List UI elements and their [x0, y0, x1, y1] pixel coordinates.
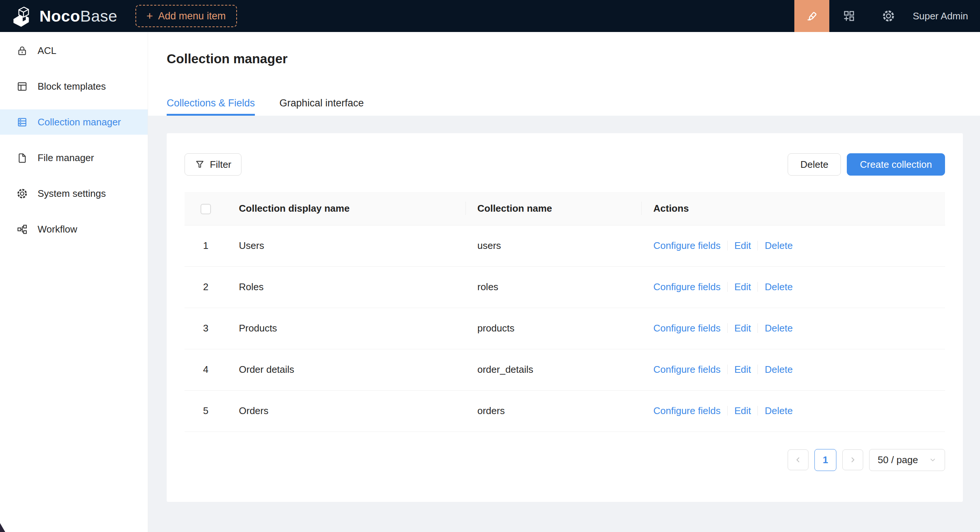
action-divider	[727, 406, 728, 416]
cell-display-name: Roles	[227, 266, 465, 308]
sidebar-item-label: ACL	[38, 45, 57, 57]
cell-actions: Configure fieldsEditDelete	[641, 390, 945, 432]
layout-icon	[16, 81, 28, 92]
edit-link[interactable]: Edit	[735, 240, 751, 251]
cell-name: order_details	[465, 349, 641, 390]
action-divider	[757, 406, 758, 416]
cell-name: roles	[465, 266, 641, 308]
configure-fields-link[interactable]: Configure fields	[653, 322, 721, 334]
main-area: Collection manager Collections & Fields …	[148, 32, 980, 532]
nocobase-logo-icon	[11, 5, 34, 27]
action-divider	[727, 241, 728, 250]
pagination-next-button[interactable]	[842, 449, 863, 470]
column-header-display-name: Collection display name	[227, 192, 465, 225]
pagination-prev-button[interactable]	[788, 449, 808, 470]
delete-button[interactable]: Delete	[788, 153, 841, 176]
delete-link[interactable]: Delete	[765, 405, 792, 416]
sidebar-item-workflow[interactable]: Workflow	[0, 216, 148, 242]
settings-button[interactable]	[869, 0, 908, 32]
action-divider	[757, 241, 758, 250]
partition-icon	[16, 224, 28, 235]
edit-link[interactable]: Edit	[735, 281, 751, 292]
content-area: Filter Delete Create collection Collecti…	[148, 116, 980, 532]
edit-link[interactable]: Edit	[735, 322, 751, 334]
action-divider	[757, 323, 758, 333]
create-collection-button[interactable]: Create collection	[847, 153, 945, 176]
action-divider	[757, 365, 758, 374]
table-row: 3 Products products Configure fieldsEdit…	[185, 308, 945, 349]
delete-link[interactable]: Delete	[765, 322, 792, 334]
configure-fields-link[interactable]: Configure fields	[653, 364, 721, 375]
cell-actions: Configure fieldsEditDelete	[641, 308, 945, 349]
app-header: NocoBase + Add menu item Super Admin	[0, 0, 980, 32]
row-index: 1	[185, 225, 227, 266]
sidebar-item-collection-manager[interactable]: Collection manager	[0, 110, 148, 135]
page-size-select[interactable]: 50 / page	[869, 449, 945, 471]
edit-link[interactable]: Edit	[735, 364, 751, 375]
filter-icon	[194, 159, 205, 170]
sidebar-item-label: Collection manager	[38, 116, 121, 128]
tab-graphical-interface[interactable]: Graphical interface	[279, 97, 364, 116]
tab-bar: Collections & Fields Graphical interface	[167, 97, 364, 116]
nocobase-logo-text: NocoBase	[40, 7, 118, 25]
configure-fields-link[interactable]: Configure fields	[653, 405, 721, 416]
configure-fields-link[interactable]: Configure fields	[653, 281, 721, 292]
filter-button[interactable]: Filter	[185, 153, 242, 176]
cell-display-name: Users	[227, 225, 465, 266]
action-divider	[727, 365, 728, 374]
sidebar-item-label: System settings	[38, 188, 106, 199]
cell-display-name: Orders	[227, 390, 465, 432]
sidebar-item-system-settings[interactable]: System settings	[0, 181, 148, 206]
delete-link[interactable]: Delete	[765, 364, 792, 375]
cell-display-name: Order details	[227, 349, 465, 390]
add-menu-item-button[interactable]: + Add menu item	[135, 5, 237, 27]
plugin-manager-button[interactable]	[829, 0, 869, 32]
sidebar-item-label: File manager	[38, 152, 94, 164]
tab-collections-fields[interactable]: Collections & Fields	[167, 97, 255, 116]
cell-name: users	[465, 225, 641, 266]
app-body: ACL Block templates Collection manager F…	[0, 32, 980, 532]
column-header-actions: Actions	[641, 192, 945, 225]
sidebar-item-block-templates[interactable]: Block templates	[0, 74, 148, 99]
row-index: 3	[185, 308, 227, 349]
column-header-name: Collection name	[465, 192, 641, 225]
cell-actions: Configure fieldsEditDelete	[641, 349, 945, 390]
sidebar: ACL Block templates Collection manager F…	[0, 32, 148, 532]
cell-display-name: Products	[227, 308, 465, 349]
sidebar-item-label: Workflow	[38, 224, 77, 235]
lock-icon	[16, 45, 28, 57]
pagination-page-1[interactable]: 1	[815, 449, 836, 471]
highlight-icon	[805, 9, 819, 23]
pagination: 1 50 / page	[185, 449, 945, 471]
logo-text-base: Base	[80, 7, 118, 25]
row-index: 2	[185, 266, 227, 308]
table-row: 5 Orders orders Configure fieldsEditDele…	[185, 390, 945, 432]
user-menu[interactable]: Super Admin	[913, 10, 968, 22]
add-menu-item-label: Add menu item	[158, 10, 226, 22]
table-row: 2 Roles roles Configure fieldsEditDelete	[185, 266, 945, 308]
table-row: 1 Users users Configure fieldsEditDelete	[185, 225, 945, 266]
select-all-checkbox[interactable]	[200, 204, 211, 214]
configure-fields-link[interactable]: Configure fields	[653, 240, 721, 251]
nocobase-logo[interactable]: NocoBase	[0, 5, 118, 27]
sidebar-item-acl[interactable]: ACL	[0, 38, 148, 63]
filter-label: Filter	[210, 159, 231, 170]
file-icon	[16, 152, 28, 164]
table-header-row: Collection display name Collection name …	[185, 192, 945, 225]
sidebar-item-label: Block templates	[38, 81, 106, 92]
edit-link[interactable]: Edit	[735, 405, 751, 416]
delete-link[interactable]: Delete	[765, 240, 792, 251]
row-index: 5	[185, 390, 227, 432]
row-index: 4	[185, 349, 227, 390]
action-divider	[727, 323, 728, 333]
ui-editor-toggle-button[interactable]	[794, 0, 829, 32]
setting-icon	[882, 9, 895, 23]
chevron-right-icon	[849, 456, 857, 464]
cell-name: products	[465, 308, 641, 349]
logo-text-noco: Noco	[40, 7, 80, 25]
page-title: Collection manager	[148, 32, 980, 66]
collections-table: Collection display name Collection name …	[185, 192, 945, 432]
delete-link[interactable]: Delete	[765, 281, 792, 292]
chevron-down-icon	[929, 456, 937, 464]
sidebar-item-file-manager[interactable]: File manager	[0, 145, 148, 170]
